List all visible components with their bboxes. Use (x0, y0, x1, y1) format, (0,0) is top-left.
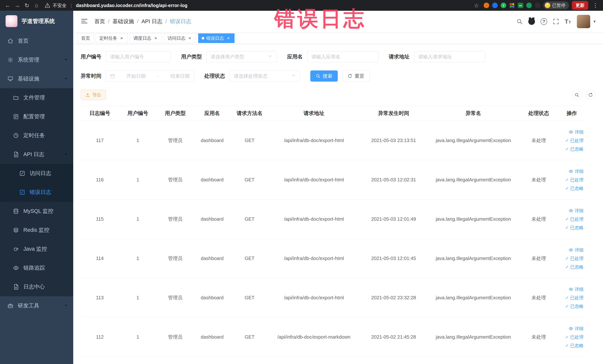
mark-processed-link[interactable]: ✓ 已处理 (565, 216, 583, 222)
extension-icon[interactable] (492, 3, 498, 8)
sidebar-item-scheduled-tasks[interactable]: 定时任务 (0, 126, 73, 145)
mark-ignored-link[interactable]: ✓ 已忽略 (565, 343, 583, 349)
sidebar-item-file-management[interactable]: 文件管理 (0, 88, 73, 107)
mark-ignored-link[interactable]: ✓ 已忽略 (565, 186, 583, 191)
breadcrumb-item[interactable]: API 日志 (141, 18, 170, 25)
home-icon[interactable]: ⌂ (32, 1, 41, 10)
mark-processed-link[interactable]: ✓ 已处理 (565, 295, 583, 301)
reset-button[interactable]: 重置 (342, 70, 370, 82)
extension-on-icon[interactable]: on (518, 3, 523, 8)
user-type-select[interactable]: 请选择用户类型 (206, 51, 277, 62)
breadcrumb-item[interactable]: 基础设施 (113, 18, 141, 25)
user-id-label: 用户编号 (81, 53, 101, 60)
reload-icon[interactable]: ↻ (23, 1, 31, 10)
tab-access-log[interactable]: 访问日志 × (164, 33, 196, 43)
sidebar-item-redis-monitor[interactable]: Redis 监控 (0, 221, 73, 240)
back-icon[interactable]: ← (3, 1, 12, 10)
sidebar-item-log-center[interactable]: 日志中心 (0, 277, 73, 296)
font-size-icon[interactable]: TT (565, 18, 571, 25)
chrome-menu-icon[interactable]: ⋮ (591, 2, 600, 9)
mark-processed-link[interactable]: ✓ 已处理 (565, 177, 583, 183)
sidebar-item-error-log[interactable]: 错误日志 (0, 183, 73, 202)
exception-name-cell: java.lang.IllegalArgumentException (428, 295, 519, 301)
sidebar-item-mysql-monitor[interactable]: MySQL 监控 (0, 202, 73, 221)
address-bar[interactable]: 不安全 | dashboard.yudao.iocoder.cn/infra/l… (45, 2, 471, 9)
table-row: 114 1 管理员 dashboard GET /api/infra/db-do… (81, 239, 585, 278)
close-icon[interactable]: × (226, 35, 231, 41)
mark-processed-link[interactable]: ✓ 已处理 (565, 256, 583, 261)
help-icon[interactable]: ? (541, 18, 547, 25)
sidebar-item-infrastructure[interactable]: 基础设施 (0, 69, 73, 88)
sidebar-item-config-management[interactable]: 配置管理 (0, 107, 73, 126)
ignored-link-label: 已忽略 (570, 225, 583, 231)
mark-ignored-link[interactable]: ✓ 已忽略 (565, 264, 583, 270)
security-label: 不安全 (53, 2, 67, 9)
date-range-picker[interactable]: 开始日期 - 结束日期 (106, 70, 194, 82)
user-avatar[interactable] (577, 15, 590, 28)
paused-badge[interactable]: 已暂停 (543, 1, 569, 10)
export-button[interactable]: 导出 (81, 90, 106, 100)
tab-home[interactable]: 首页 (78, 33, 94, 43)
github-icon[interactable] (528, 18, 535, 25)
forward-icon[interactable]: → (13, 1, 22, 10)
mark-processed-link[interactable]: ✓ 已处理 (565, 334, 583, 340)
chevron-down-icon (64, 303, 68, 309)
check-icon: ✓ (565, 138, 569, 143)
close-icon[interactable]: × (153, 35, 158, 41)
request-url-input[interactable] (418, 54, 481, 60)
detail-link[interactable]: 详细 (569, 208, 583, 214)
detail-link[interactable]: 详细 (569, 129, 583, 135)
detail-link[interactable]: 详细 (569, 326, 583, 331)
extension-grid-icon[interactable] (509, 3, 515, 8)
update-button[interactable]: 更新 (572, 1, 588, 10)
mark-processed-link[interactable]: ✓ 已处理 (565, 138, 583, 143)
mark-ignored-link[interactable]: ✓ 已忽略 (565, 225, 583, 231)
breadcrumb-item[interactable]: 首页 (94, 18, 113, 25)
sidebar-item-dev-tools[interactable]: 研发工具 (0, 296, 73, 315)
fullscreen-icon[interactable] (553, 18, 559, 25)
app-name-input[interactable] (312, 54, 374, 60)
processed-link-label: 已处理 (570, 334, 583, 340)
user-id-input[interactable] (110, 54, 166, 60)
chevron-down-icon (64, 57, 68, 63)
exception-time-cell: 2021-05-03 12:01:45 (359, 256, 428, 261)
mark-ignored-link[interactable]: ✓ 已忽略 (565, 303, 583, 309)
user-type-cell: 管理员 (157, 294, 194, 301)
close-icon[interactable]: × (187, 35, 192, 41)
search-button[interactable]: 搜索 (310, 70, 338, 82)
toggle-search-button[interactable] (572, 90, 582, 100)
caret-down-icon[interactable]: ▾ (593, 19, 596, 24)
detail-link[interactable]: 详细 (569, 168, 583, 174)
mark-ignored-link[interactable]: ✓ 已忽略 (565, 146, 583, 152)
sidebar-item-java-monitor[interactable]: Java 监控 (0, 240, 73, 258)
extension-icon[interactable] (484, 3, 489, 8)
extension-icon[interactable] (526, 3, 532, 8)
hamburger-icon[interactable] (81, 17, 88, 26)
tab-scheduled-tasks[interactable]: 定时任务 × (96, 33, 128, 43)
sidebar-item-access-log[interactable]: 访问日志 (0, 164, 73, 183)
sidebar-item-tracing[interactable]: 链路追踪 (0, 258, 73, 277)
sidebar-item-system-management[interactable]: 系统管理 (0, 50, 73, 69)
process-status-label: 处理状态 (204, 72, 225, 80)
search-icon[interactable] (516, 18, 523, 25)
sidebar-item-label: 定时任务 (23, 132, 45, 139)
extension-icon[interactable]: Y (501, 3, 506, 8)
column-header: 操作 (559, 110, 585, 117)
detail-link[interactable]: 详细 (569, 247, 583, 253)
user-type-cell: 管理员 (157, 334, 194, 340)
process-status-select[interactable]: 请选择处理状态 (230, 70, 300, 82)
bookmark-star-icon[interactable]: ☆ (472, 1, 481, 10)
tab-job-log[interactable]: 调度日志 × (130, 33, 162, 43)
actions-cell: 详细 ✓ 已处理 ✓ 已忽略 (559, 326, 585, 349)
tab-error-log[interactable]: 错误日志 × (198, 33, 234, 43)
url-text: dashboard.yudao.iocoder.cn/infra/log/api… (76, 3, 187, 8)
main-area: 首页 基础设施 API 日志 错误日志 ? TT ▾ 首 (73, 11, 603, 364)
column-header: 异常名 (428, 110, 519, 117)
sidebar-item-label: 日志中心 (23, 283, 45, 291)
sidebar-item-api-logs[interactable]: API 日志 (0, 145, 73, 164)
sidebar-item-home[interactable]: 首页 (0, 32, 73, 50)
extension-icon[interactable] (535, 3, 540, 8)
refresh-button[interactable] (586, 90, 596, 100)
detail-link[interactable]: 详细 (569, 286, 583, 292)
close-icon[interactable]: × (119, 35, 124, 41)
